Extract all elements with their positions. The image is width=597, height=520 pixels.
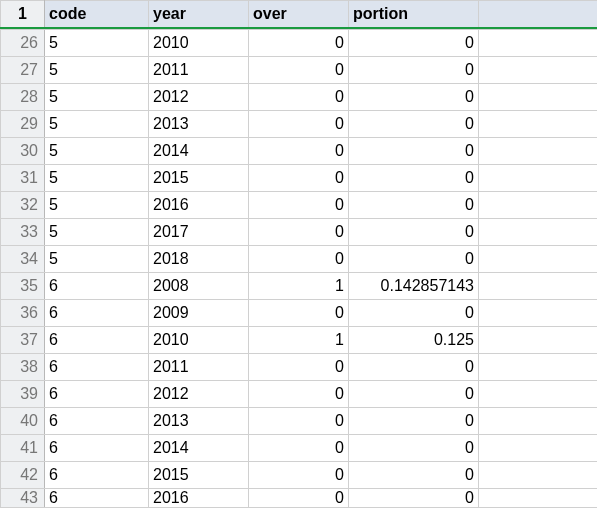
cell-code[interactable]: 6 — [45, 299, 149, 326]
cell-code[interactable]: 5 — [45, 56, 149, 83]
table-row[interactable]: 275201100 — [1, 56, 598, 83]
row-number[interactable]: 37 — [1, 326, 45, 353]
spreadsheet-grid[interactable]: 1 code year over portion 265201000275201… — [0, 0, 597, 520]
cell-code[interactable]: 5 — [45, 245, 149, 272]
cell-over[interactable]: 0 — [249, 218, 349, 245]
cell-portion[interactable]: 0 — [349, 56, 479, 83]
cell-year[interactable]: 2010 — [149, 29, 249, 56]
column-header-over[interactable]: over — [249, 1, 349, 28]
cell-over[interactable]: 0 — [249, 56, 349, 83]
cell-blank[interactable] — [479, 299, 598, 326]
row-number[interactable]: 39 — [1, 380, 45, 407]
table-row[interactable]: 295201300 — [1, 110, 598, 137]
row-number[interactable]: 40 — [1, 407, 45, 434]
cell-code[interactable]: 5 — [45, 83, 149, 110]
cell-code[interactable]: 6 — [45, 353, 149, 380]
cell-portion[interactable]: 0 — [349, 245, 479, 272]
table-row[interactable]: 265201000 — [1, 29, 598, 56]
table-row[interactable]: 315201500 — [1, 164, 598, 191]
cell-portion[interactable]: 0 — [349, 137, 479, 164]
cell-over[interactable]: 0 — [249, 353, 349, 380]
cell-code[interactable]: 5 — [45, 110, 149, 137]
cell-code[interactable]: 5 — [45, 191, 149, 218]
row-number[interactable]: 38 — [1, 353, 45, 380]
cell-portion[interactable]: 0 — [349, 191, 479, 218]
column-header-blank[interactable] — [479, 1, 598, 28]
cell-over[interactable]: 0 — [249, 137, 349, 164]
table-row[interactable]: 436201600 — [1, 488, 598, 507]
table-row[interactable]: 335201700 — [1, 218, 598, 245]
row-number[interactable]: 27 — [1, 56, 45, 83]
table-row[interactable]: 416201400 — [1, 434, 598, 461]
cell-over[interactable]: 0 — [249, 299, 349, 326]
table-row[interactable]: 305201400 — [1, 137, 598, 164]
cell-over[interactable]: 1 — [249, 326, 349, 353]
cell-code[interactable]: 5 — [45, 29, 149, 56]
cell-portion[interactable]: 0 — [349, 434, 479, 461]
cell-blank[interactable] — [479, 245, 598, 272]
cell-code[interactable]: 5 — [45, 164, 149, 191]
table-row[interactable]: 356200810.142857143 — [1, 272, 598, 299]
cell-code[interactable]: 6 — [45, 434, 149, 461]
cell-over[interactable]: 0 — [249, 191, 349, 218]
cell-blank[interactable] — [479, 488, 598, 507]
cell-year[interactable]: 2014 — [149, 137, 249, 164]
cell-code[interactable]: 6 — [45, 272, 149, 299]
cell-year[interactable]: 2014 — [149, 434, 249, 461]
cell-code[interactable]: 5 — [45, 218, 149, 245]
cell-blank[interactable] — [479, 83, 598, 110]
row-number[interactable]: 41 — [1, 434, 45, 461]
table-row[interactable]: 386201100 — [1, 353, 598, 380]
row-number[interactable]: 26 — [1, 29, 45, 56]
cell-code[interactable]: 6 — [45, 461, 149, 488]
table-row[interactable]: 406201300 — [1, 407, 598, 434]
table-row[interactable]: 366200900 — [1, 299, 598, 326]
cell-blank[interactable] — [479, 164, 598, 191]
cell-blank[interactable] — [479, 110, 598, 137]
cell-blank[interactable] — [479, 272, 598, 299]
cell-blank[interactable] — [479, 218, 598, 245]
column-header-year[interactable]: year — [149, 1, 249, 28]
data-table[interactable]: 1 code year over portion 265201000275201… — [0, 0, 597, 508]
cell-year[interactable]: 2016 — [149, 488, 249, 507]
cell-year[interactable]: 2008 — [149, 272, 249, 299]
cell-over[interactable]: 0 — [249, 29, 349, 56]
cell-year[interactable]: 2012 — [149, 83, 249, 110]
cell-code[interactable]: 6 — [45, 488, 149, 507]
cell-portion[interactable]: 0 — [349, 380, 479, 407]
cell-portion[interactable]: 0 — [349, 299, 479, 326]
table-row[interactable]: 396201200 — [1, 380, 598, 407]
cell-over[interactable]: 0 — [249, 110, 349, 137]
column-header-portion[interactable]: portion — [349, 1, 479, 28]
cell-over[interactable]: 0 — [249, 461, 349, 488]
row-number[interactable]: 42 — [1, 461, 45, 488]
cell-over[interactable]: 0 — [249, 164, 349, 191]
cell-over[interactable]: 0 — [249, 380, 349, 407]
row-number-header[interactable]: 1 — [1, 1, 45, 28]
cell-portion[interactable]: 0 — [349, 407, 479, 434]
row-number[interactable]: 35 — [1, 272, 45, 299]
cell-blank[interactable] — [479, 29, 598, 56]
cell-year[interactable]: 2011 — [149, 56, 249, 83]
cell-blank[interactable] — [479, 380, 598, 407]
cell-blank[interactable] — [479, 56, 598, 83]
cell-over[interactable]: 1 — [249, 272, 349, 299]
cell-blank[interactable] — [479, 353, 598, 380]
row-number[interactable]: 33 — [1, 218, 45, 245]
cell-blank[interactable] — [479, 407, 598, 434]
table-row[interactable]: 285201200 — [1, 83, 598, 110]
cell-year[interactable]: 2011 — [149, 353, 249, 380]
cell-blank[interactable] — [479, 434, 598, 461]
cell-code[interactable]: 6 — [45, 326, 149, 353]
row-number[interactable]: 36 — [1, 299, 45, 326]
cell-year[interactable]: 2009 — [149, 299, 249, 326]
cell-year[interactable]: 2010 — [149, 326, 249, 353]
cell-over[interactable]: 0 — [249, 434, 349, 461]
cell-over[interactable]: 0 — [249, 488, 349, 507]
cell-portion[interactable]: 0 — [349, 164, 479, 191]
cell-year[interactable]: 2013 — [149, 407, 249, 434]
cell-over[interactable]: 0 — [249, 83, 349, 110]
cell-portion[interactable]: 0 — [349, 83, 479, 110]
cell-over[interactable]: 0 — [249, 245, 349, 272]
cell-portion[interactable]: 0 — [349, 353, 479, 380]
